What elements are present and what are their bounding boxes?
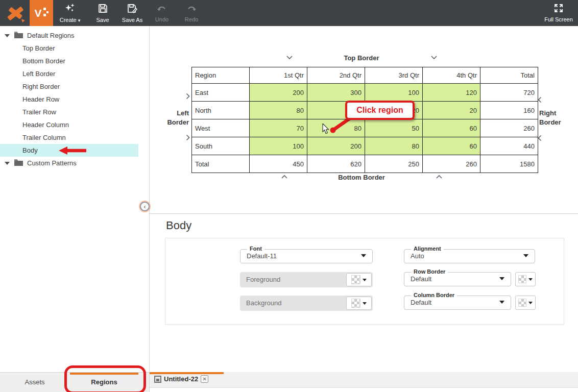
row-border-dropdown[interactable]: Row Border Default: [404, 272, 511, 286]
save-as-button[interactable]: Save As: [117, 0, 147, 26]
row-header-cell[interactable]: North: [192, 102, 250, 119]
document-icon: [154, 376, 161, 383]
header-cell[interactable]: 2nd Qtr: [307, 67, 365, 83]
top-border-chevron-icon[interactable]: [286, 55, 293, 60]
app-logo-dots: [43, 7, 49, 20]
create-button[interactable]: Create ▾: [55, 0, 85, 26]
chevron-down-icon: [528, 302, 533, 304]
trailer-cell[interactable]: 260: [423, 155, 480, 173]
tree-item-body[interactable]: Body: [0, 144, 138, 157]
trailer-cell[interactable]: 1580: [480, 155, 538, 173]
tree-item-label: Right Border: [22, 83, 60, 90]
tree-item-trailer-column[interactable]: Trailer Column: [0, 131, 138, 144]
save-button[interactable]: Save: [88, 0, 117, 26]
chevron-down-icon: [363, 279, 367, 281]
redo-button[interactable]: Redo: [177, 0, 206, 26]
row-header-cell[interactable]: South: [192, 137, 250, 155]
left-border-chevron-icon[interactable]: [186, 134, 190, 141]
foreground-label: Foreground: [246, 272, 280, 287]
transparent-swatch-icon: [351, 275, 360, 284]
save-label: Save: [96, 17, 109, 23]
full-screen-button[interactable]: Full Screen: [542, 0, 575, 26]
font-dropdown[interactable]: Font Default-11: [240, 249, 373, 263]
caret-down-icon[interactable]: [5, 162, 10, 165]
trailer-cell[interactable]: 720: [480, 84, 538, 101]
caret-down-icon[interactable]: [5, 34, 10, 37]
trailer-cell[interactable]: 160: [480, 102, 538, 119]
background-swatch-button[interactable]: [346, 297, 372, 310]
trailer-cell[interactable]: 440: [480, 137, 538, 155]
body-cell[interactable]: 200: [307, 137, 365, 155]
foreground-color-button[interactable]: Foreground: [240, 272, 373, 287]
font-value: Default-11: [247, 250, 277, 263]
trailer-cell[interactable]: 620: [307, 155, 365, 173]
save-icon: [98, 4, 108, 15]
tree-item-header-row[interactable]: Header Row: [0, 93, 138, 106]
bottom-border-chevron-icon[interactable]: [281, 175, 288, 179]
tree-folder-label: Default Regions: [27, 32, 75, 39]
tree-folder-custom-patterns[interactable]: Custom Patterns: [0, 157, 138, 169]
tree-item-right-border[interactable]: Right Border: [0, 80, 138, 93]
tree-item-header-column[interactable]: Header Column: [0, 118, 138, 131]
body-cell[interactable]: 60: [423, 137, 480, 155]
folder-icon: [14, 159, 23, 167]
row-header-cell[interactable]: Total: [192, 155, 250, 173]
pattern-preview-table: Region 1st Qtr 2nd Qtr 3rd Qtr 4th Qtr T…: [191, 67, 538, 173]
save-as-icon: [127, 4, 137, 15]
body-cell[interactable]: 100: [365, 84, 423, 101]
tree-folder-label: Custom Patterns: [27, 159, 77, 167]
tree-item-label: Left Border: [22, 70, 55, 78]
body-cell[interactable]: 200: [250, 84, 307, 101]
collapse-panel-button[interactable]: ‹: [140, 202, 150, 211]
row-header-cell[interactable]: East: [192, 84, 250, 101]
close-icon[interactable]: ✕: [201, 375, 208, 383]
row-border-color-button[interactable]: [515, 272, 536, 286]
bottom-border-chevron-icon[interactable]: [436, 175, 443, 179]
body-cell[interactable]: 80: [365, 137, 423, 155]
foreground-swatch-button[interactable]: [346, 273, 372, 286]
alignment-dropdown[interactable]: Alignment Auto: [404, 249, 535, 263]
document-tab-untitled-22[interactable]: Untitled-22 ✕: [154, 375, 208, 383]
header-cell[interactable]: 4th Qtr: [423, 67, 480, 83]
tree-folder-default-regions[interactable]: Default Regions: [0, 29, 138, 42]
body-cell[interactable]: 20: [423, 102, 480, 119]
column-border-color-button[interactable]: [515, 296, 536, 310]
trailer-cell[interactable]: 260: [480, 119, 538, 137]
body-cell[interactable]: 300: [307, 84, 365, 101]
header-cell[interactable]: Total: [480, 67, 538, 83]
body-cell[interactable]: 50: [365, 119, 423, 137]
top-border-chevron-icon[interactable]: [430, 55, 438, 60]
tab-assets[interactable]: Assets: [10, 373, 59, 390]
undo-button[interactable]: Undo: [147, 0, 177, 26]
trailer-cell[interactable]: 250: [365, 155, 423, 173]
body-cell[interactable]: 100: [250, 137, 307, 155]
chevron-down-icon: [499, 277, 504, 280]
tree-item-trailer-row[interactable]: Trailer Row: [0, 106, 138, 118]
tab-regions[interactable]: Regions: [70, 373, 138, 390]
click-region-callout: Click region: [345, 101, 415, 120]
tree-item-top-border[interactable]: Top Border: [0, 42, 138, 55]
app-tile-logo[interactable]: V: [30, 0, 53, 26]
table-total-row: Total 450 620 250 260 1580: [192, 155, 538, 173]
table-row: East 200 300 100 120 720: [192, 84, 538, 102]
background-color-button[interactable]: Background: [240, 296, 373, 311]
chevron-down-icon: [528, 278, 533, 281]
row-header-cell[interactable]: West: [192, 119, 250, 137]
table-header-row: Region 1st Qtr 2nd Qtr 3rd Qtr 4th Qtr T…: [192, 67, 538, 84]
header-cell[interactable]: 3rd Qtr: [365, 67, 423, 83]
tree-item-bottom-border[interactable]: Bottom Border: [0, 55, 138, 67]
tab-label: Assets: [25, 378, 44, 386]
trailer-cell[interactable]: 450: [250, 155, 307, 173]
background-label: Background: [246, 296, 281, 311]
tree-item-label: Bottom Border: [22, 57, 65, 65]
body-cell[interactable]: 80: [250, 102, 307, 119]
body-cell[interactable]: 70: [250, 119, 307, 137]
header-cell[interactable]: 1st Qtr: [250, 67, 307, 83]
body-cell[interactable]: 120: [423, 84, 480, 101]
header-cell[interactable]: Region: [192, 67, 250, 83]
right-border-region-label: Right Border: [539, 109, 570, 127]
left-border-chevron-icon[interactable]: [186, 93, 190, 100]
column-border-dropdown[interactable]: Column Border Default: [404, 296, 511, 310]
tree-item-left-border[interactable]: Left Border: [0, 67, 138, 80]
body-cell[interactable]: 60: [423, 119, 480, 137]
